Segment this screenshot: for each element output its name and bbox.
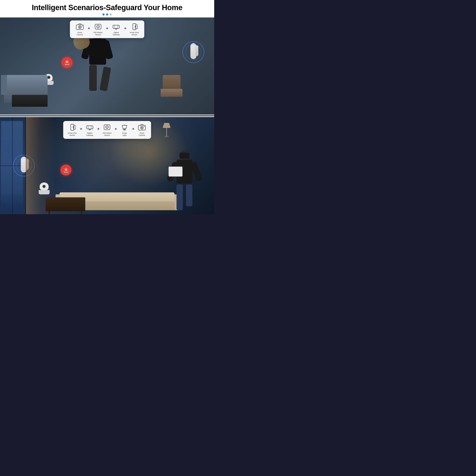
comp-label-camera-1: SmartCamera — [77, 32, 83, 36]
burglar-2 — [165, 151, 204, 210]
plus-2a: + — [80, 127, 82, 131]
camera-lens-1 — [47, 76, 50, 79]
camera-lens-2 — [42, 185, 46, 188]
pagination-dots — [4, 14, 210, 16]
camera-icon-2 — [137, 123, 147, 131]
comp-label-pir-1: PIR MotionSensor — [94, 32, 102, 36]
alarm-circle-1: 🚨 — [62, 57, 72, 68]
scenes-container: SmartCamera + PIR MotionSensor + — [0, 17, 214, 214]
gateway-icon-2 — [85, 123, 94, 131]
components-panel-2: Smart DoorSensor + ZigbeeGateway — [63, 121, 151, 139]
scene-bottom: Smart DoorSensor + ZigbeeGateway — [0, 117, 214, 214]
svg-point-6 — [98, 26, 98, 27]
comp-camera-2: SmartCamera — [136, 123, 148, 136]
comp-label-gateway-1: ZigbeeGateway — [113, 32, 120, 36]
plus-1b: + — [106, 26, 108, 31]
plus-2c: + — [115, 127, 117, 131]
comp-pir-1: PIR MotionSensor — [92, 23, 104, 36]
lamp-pole-2 — [166, 128, 167, 136]
dot-3[interactable] — [110, 14, 112, 16]
dot-2[interactable] — [106, 14, 108, 16]
sensor-ring-inner-1 — [186, 44, 201, 60]
alarm-symbol-2: 🚨 — [63, 167, 69, 173]
camera-base-2 — [39, 190, 50, 194]
scene-divider — [0, 116, 214, 116]
leg-left-2 — [176, 185, 183, 210]
gateway-icon — [111, 23, 121, 31]
svg-point-31 — [144, 126, 145, 127]
burglar-1 — [79, 29, 115, 91]
smart-light-icon-2 — [120, 123, 129, 131]
svg-rect-7 — [113, 25, 119, 28]
hanging-lamp-2 — [163, 123, 170, 139]
header: Intelligent Scenarios-Safeguard Your Hom… — [0, 0, 214, 17]
svg-rect-17 — [86, 126, 93, 129]
comp-label-doorsensor-1: Smart DoorSensor — [130, 32, 139, 36]
table-leg-1 — [49, 211, 50, 214]
comp-doorsensor-2: Smart DoorSensor — [67, 123, 78, 136]
comp-pir-2: PIR MotionSensor — [101, 123, 113, 136]
camera-icon — [75, 23, 85, 31]
dot-1[interactable] — [102, 14, 104, 16]
door-sensor-icon-1 — [130, 23, 139, 31]
burglar-mask-2 — [180, 153, 189, 159]
pir-icon — [93, 23, 103, 31]
burglar-legs-2 — [176, 185, 192, 210]
camera-device-2 — [39, 182, 51, 194]
comp-label-gateway-2: ZigbeeGateway — [86, 132, 93, 136]
comp-label-pir-2: PIR MotionSensor — [103, 132, 112, 136]
burglar-leg-left-1 — [89, 65, 97, 91]
alarm-circle-2: 🚨 — [61, 165, 71, 175]
burglar-leg-right-1 — [100, 67, 111, 91]
comp-label-doorsensor-2: Smart DoorSensor — [68, 132, 77, 136]
comp-label-smartlight-2: SmartLight — [122, 132, 127, 136]
svg-point-23 — [107, 127, 107, 128]
chair-1 — [159, 75, 185, 105]
plus-2b: + — [97, 127, 100, 131]
comp-gateway-2: ZigbeeGateway — [84, 123, 96, 136]
comp-camera-1: SmartCamera — [74, 23, 86, 36]
door-sensor-assembly-1 — [188, 43, 198, 61]
pir-icon-2 — [102, 123, 112, 131]
comp-gateway-1: ZigbeeGateway — [110, 23, 122, 36]
scene-top: SmartCamera + PIR MotionSensor + — [0, 17, 214, 115]
table-leg-2 — [81, 211, 82, 214]
svg-point-2 — [79, 27, 80, 28]
plus-1c: + — [124, 26, 127, 31]
svg-point-3 — [82, 26, 83, 26]
city-view-2 — [1, 194, 23, 210]
alarm-2: 🚨 — [61, 165, 71, 175]
components-panel-1: SmartCamera + PIR MotionSensor + — [70, 20, 144, 38]
alarm-1: 🚨 — [62, 57, 72, 68]
leg-right-2 — [186, 185, 192, 206]
lamp-shade-2 — [163, 123, 170, 128]
alarm-symbol-1: 🚨 — [64, 60, 70, 65]
stolen-laptop-2 — [169, 167, 183, 176]
page-title: Intelligent Scenarios-Safeguard Your Hom… — [4, 3, 210, 12]
coffee-table-2 — [46, 197, 85, 211]
chair-seat-1 — [161, 89, 183, 97]
plus-1a: + — [88, 26, 90, 31]
comp-doorsensor-1: Smart DoorSensor — [129, 23, 140, 36]
lamp-base-2 — [165, 136, 169, 137]
comp-smartlight-2: SmartLight — [119, 123, 131, 136]
page-wrapper: Intelligent Scenarios-Safeguard Your Hom… — [0, 0, 214, 214]
door-sensor-icon-2 — [68, 123, 77, 131]
svg-point-30 — [141, 127, 142, 128]
plus-2d: + — [132, 127, 135, 131]
comp-label-camera-2: SmartCamera — [139, 132, 145, 136]
coffee-table-1 — [12, 95, 48, 107]
